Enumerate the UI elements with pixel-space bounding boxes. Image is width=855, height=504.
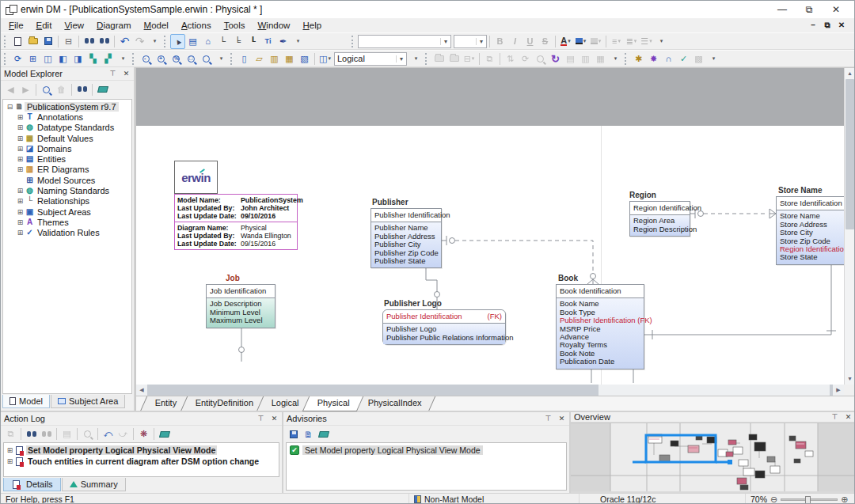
new-window-button[interactable]: ◫ [40,51,55,66]
expand-icon[interactable]: ⊞ [16,197,25,205]
diagram-hierarchy-button[interactable]: ⊞ [25,51,40,66]
subcategory-tool-button[interactable]: ⌂ [200,34,215,49]
advisories-tag-button[interactable] [316,426,331,441]
toolbar-overflow-icon[interactable]: ▾ [706,51,721,66]
print-model-button[interactable]: ⊟ [462,51,477,66]
zoom-fit-button[interactable] [199,51,214,66]
mdi-close-button[interactable]: ✕ [835,21,848,30]
print-button[interactable]: ⊟ [61,34,76,49]
find-button[interactable] [82,34,97,49]
compare-right-button[interactable]: ▥ [578,51,593,66]
bold-button[interactable]: B [492,34,507,49]
menu-help[interactable]: Help [296,20,328,31]
find-replace-button[interactable] [97,34,112,49]
tree-item-subjects[interactable]: ⊞▣Subject Areas [6,207,131,217]
layout-dropdown-button[interactable]: ◫ [317,51,332,66]
delete-button[interactable]: 🗑 [54,82,69,97]
expand-icon[interactable]: ⊞ [16,187,25,195]
zoom-area-button[interactable]: □ [184,51,199,66]
menu-view[interactable]: View [58,20,90,31]
toolbar-grip[interactable] [4,53,9,65]
zoom-percent-button[interactable]: % [169,51,184,66]
toolbar-grip[interactable] [132,53,137,65]
undo-to-here-button[interactable]: ⤺ [101,426,116,441]
tag-button[interactable] [95,82,110,97]
toolbar-overflow-icon[interactable]: ▾ [147,34,162,49]
log-tag-button[interactable] [157,426,172,441]
close-panel-icon[interactable]: ✕ [557,415,566,423]
tree-item-relationships[interactable]: ⊞└Relationships [6,196,131,207]
save-advisories-button[interactable] [286,426,301,441]
scroll-down-icon[interactable]: ▼ [845,373,855,385]
entity-job[interactable]: Job Job Identification Job DescriptionMi… [206,274,276,328]
tab-details[interactable]: Details [3,478,61,491]
toolbar-overflow-icon[interactable]: ▾ [291,34,306,49]
expand-icon[interactable]: ⊞ [16,165,25,173]
model-explorer-tree[interactable]: ⊟🗎PublicationSystem r9.7⊞TAnnotations⊞◍D… [2,99,132,394]
derive-model-button[interactable] [431,51,446,66]
menu-tools[interactable]: Tools [218,20,252,31]
stored-display-button[interactable]: ▦ [282,51,297,66]
expand-icon[interactable]: ⊞ [16,123,25,131]
naming-options-button[interactable]: ✱ [631,51,646,66]
expand-icon[interactable]: ⊞ [16,113,25,121]
toolbar-grip[interactable] [625,53,629,65]
sync-up-button[interactable]: ⇅ [503,51,518,66]
back-button[interactable]: ◀ [3,82,18,97]
tree-item-datatype[interactable]: ⊞◍Datatype Standards [6,123,131,133]
pin-icon[interactable]: ⊤ [108,70,117,78]
expand-icon[interactable]: ⊞ [16,145,25,153]
entity-tool-button[interactable]: ▤ [185,34,200,49]
expand-icon[interactable]: ⊞ [6,446,14,454]
subject-area-properties-button[interactable]: ▥ [267,51,282,66]
log-find-next-button[interactable] [39,426,54,441]
toolbar-overflow-icon[interactable]: ▾ [408,51,424,66]
cascade-windows-button[interactable]: ◧ [55,51,70,66]
hscroll-thumb[interactable] [598,385,830,396]
refresh-diagram-button[interactable]: ⟳ [10,51,25,66]
log-find-button[interactable] [24,426,39,441]
zoom-slider-thumb[interactable] [805,496,811,504]
entity-book[interactable]: Book Book Identification Book NameBook T… [556,274,644,369]
explorer-find-button[interactable] [74,82,89,97]
toolbar-overflow-icon[interactable]: ▾ [116,51,131,66]
tree-item-validation[interactable]: ⊞✓Validation Rules [6,228,131,238]
menu-window[interactable]: Window [252,20,297,31]
redo-to-here-button[interactable]: ⤻ [116,426,131,441]
tree-item-annotations[interactable]: ⊞TAnnotations [6,112,131,122]
expand-icon[interactable]: ⊞ [16,208,25,216]
validate-model-button[interactable]: ▩ [691,51,706,66]
refresh-sources-button[interactable]: ⟳ [518,51,533,66]
align-center-button[interactable]: ≣ [624,34,639,49]
overview-minimap[interactable] [571,423,855,493]
entity-store-name[interactable]: Store Name Store Identification Store Na… [776,186,844,265]
fill-color-button[interactable] [573,34,588,49]
collapse-icon[interactable]: ⊟ [6,103,14,111]
minimize-button[interactable]: — [769,1,796,18]
mdi-minimize-button[interactable]: – [807,21,819,30]
tree-root[interactable]: ⊟🗎PublicationSystem r9.7 [6,101,131,112]
save-button[interactable] [40,34,55,49]
font-color-button[interactable]: A [558,34,573,49]
close-button[interactable]: ✕ [823,1,849,18]
copy-button[interactable]: ⧉ [482,51,497,66]
log-list-button[interactable]: ▤ [59,426,74,441]
entity-publisher-logo[interactable]: Publisher Logo Publisher Identification(… [382,299,506,345]
align-left-button[interactable]: ≡ [609,34,624,49]
close-panel-icon[interactable]: ✕ [270,415,279,423]
pushpin-tool-button[interactable]: ✒ [276,34,291,49]
erwin-logo-block[interactable]: erwin [174,161,218,194]
tree-item-naming[interactable]: ⊞◍Naming Standards [6,185,131,195]
menu-diagram[interactable]: Diagram [90,20,137,31]
close-panel-icon[interactable]: ✕ [844,413,853,421]
tree-item-themes[interactable]: ⊞AThemes [6,217,131,227]
tree-item-modelsources[interactable]: ⊞Model Sources [6,175,131,185]
advisory-item[interactable]: ✔Set Model property Logical Physical Vie… [288,445,564,456]
datatype-options-button[interactable]: ✸ [646,51,661,66]
zoom-slider[interactable] [781,498,838,501]
scroll-left-icon[interactable]: ◀ [136,385,147,396]
diagram-properties-button[interactable]: ▧ [297,51,312,66]
text-block-tool-button[interactable]: Ti [260,34,276,49]
copy-log-button[interactable]: ⧉ [3,426,18,441]
entity-publisher[interactable]: Publisher Publisher Identification Publi… [370,198,442,268]
